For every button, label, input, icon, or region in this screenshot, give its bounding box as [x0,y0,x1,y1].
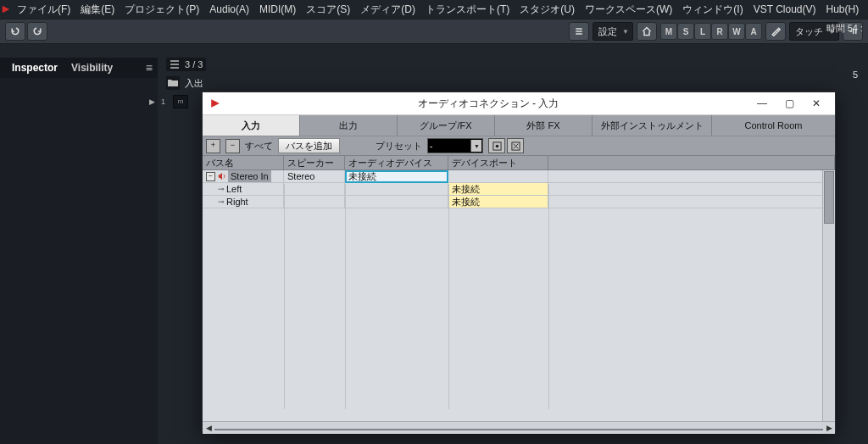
inspector-panel: Inspector Visibility ≡ [0,58,158,444]
bus-name: Left [226,183,242,195]
list-icon [170,59,180,69]
tab-visibility[interactable]: Visibility [64,59,120,76]
edit-icon[interactable] [765,22,786,41]
tab-output[interactable]: 出力 [300,115,398,136]
dialog-tabs: 入力 出力 グループ/FX 外部 FX 外部インストゥルメント Control … [203,115,835,136]
bus-speaker: Stereo [284,170,345,183]
track-expand-icon[interactable]: ▶ [149,97,158,106]
list-icon[interactable] [569,22,589,41]
minimize-button[interactable]: — [748,94,776,113]
col-rest [548,156,835,169]
home-icon[interactable] [637,22,657,41]
col-speaker[interactable]: スピーカー [284,156,345,169]
dialog-title: オーディオコネクション - 入力 [228,97,748,111]
automation-r[interactable]: R [711,23,728,40]
table-row[interactable]: − Stereo In Stereo 未接続 [203,170,835,183]
track-count-chip[interactable]: 3 / 3 [166,58,206,71]
add-bus-button[interactable]: バスを追加 [278,138,340,153]
scroll-left-icon[interactable]: ◀ [203,423,214,433]
menu-edit[interactable]: 編集(E) [75,0,120,19]
app-icon [0,0,12,19]
panel-menu-icon[interactable]: ≡ [146,61,153,75]
menu-vstcloud[interactable]: VST Cloud(V) [748,0,821,19]
menu-hub[interactable]: Hub(H) [821,0,864,19]
tab-inspector[interactable]: Inspector [5,59,64,76]
track-mute-button[interactable]: m [173,95,188,108]
track-name-fragment: 入出 [185,77,203,90]
menu-midi[interactable]: MIDI(M) [254,0,301,19]
vertical-scrollbar[interactable] [822,170,835,421]
dialog-app-icon [208,96,223,111]
bus-port[interactable]: 未接続 [448,183,548,196]
preset-label: プリセット [376,140,422,153]
dialog-titlebar[interactable]: オーディオコネクション - 入力 — ▢ ✕ [203,92,835,115]
undo-button[interactable] [5,22,25,41]
tab-external-fx[interactable]: 外部 FX [495,115,593,136]
automation-l[interactable]: L [694,23,711,40]
col-device[interactable]: オーディオデバイス [345,156,448,169]
menu-score[interactable]: スコア(S) [301,0,355,19]
close-button[interactable]: ✕ [803,94,830,113]
horizontal-scrollbar[interactable]: ◀ ▶ [203,421,835,434]
menu-window[interactable]: ウィンドウ(I) [677,0,748,19]
bus-port[interactable]: 未接続 [448,196,548,208]
settings-select-label: 設定 [598,25,617,38]
automation-s[interactable]: S [677,23,694,40]
menu-transport[interactable]: トランスポート(T) [420,0,515,19]
preset-select[interactable]: - [427,138,483,153]
settings-select[interactable]: 設定 [593,22,633,41]
all-label: すべて [245,140,273,153]
speaker-icon [217,172,226,181]
bus-grid: バス名 スピーカー オーディオデバイス デバイスポート [203,156,835,434]
menu-studio[interactable]: スタジオ(U) [515,0,580,19]
menu-workspace[interactable]: ワークスペース(W) [580,0,677,19]
workspace: 時間 54 : Inspector Visibility ≡ 3 / 3 入出 … [0,44,868,444]
maximize-button[interactable]: ▢ [776,94,803,113]
svg-point-1 [495,144,498,147]
bus-device[interactable]: 未接続 [345,170,448,183]
bus-name: Stereo In [228,170,271,182]
toolbar: 設定 M S L R W A タッチ [0,19,868,44]
col-bus-name[interactable]: バス名 [203,156,284,169]
automation-a[interactable]: A [745,23,762,40]
menu-audio[interactable]: Audio(A) [204,0,254,19]
audio-connections-dialog: オーディオコネクション - 入力 — ▢ ✕ 入力 出力 グループ/FX 外部 … [202,92,836,432]
preset-delete-button[interactable] [507,138,524,153]
time-display: 時間 54 : [826,22,863,35]
bus-name: Right [226,196,248,208]
menu-help[interactable]: ヘルプ(L) [864,0,868,19]
preset-save-button[interactable] [488,138,505,153]
tree-toggle-icon[interactable]: − [206,172,215,181]
channel-icon: ⊸ [218,183,225,195]
touch-select-label: タッチ [795,25,823,38]
table-row[interactable]: ⊸ Right 未接続 [203,196,835,208]
menu-project[interactable]: プロジェクト(P) [120,0,204,19]
bus-port[interactable] [448,170,548,183]
table-row[interactable]: ⊸ Left 未接続 [203,183,835,196]
tab-control-room[interactable]: Control Room [712,115,835,136]
expand-all-button[interactable]: + [206,139,220,153]
track-index: 1 [161,97,170,106]
dialog-toolbar: + − すべて バスを追加 プリセット - [203,136,835,156]
menubar: ファイル(F) 編集(E) プロジェクト(P) Audio(A) MIDI(M)… [0,0,868,19]
channel-icon: ⊸ [218,196,225,208]
tab-group-fx[interactable]: グループ/FX [398,115,495,136]
automation-m[interactable]: M [660,23,677,40]
ruler-marker-5: 5 [853,69,858,80]
menu-media[interactable]: メディア(D) [355,0,420,19]
collapse-all-button[interactable]: − [225,139,240,153]
menu-file[interactable]: ファイル(F) [12,0,75,19]
scroll-right-icon[interactable]: ▶ [823,423,835,433]
redo-button[interactable] [27,22,47,41]
track-count: 3 / 3 [185,59,203,69]
tab-input[interactable]: 入力 [203,115,300,136]
col-port[interactable]: デバイスポート [448,156,548,169]
tab-external-inst[interactable]: 外部インストゥルメント [593,115,712,136]
automation-w[interactable]: W [728,23,745,40]
folder-icon[interactable] [166,76,180,90]
